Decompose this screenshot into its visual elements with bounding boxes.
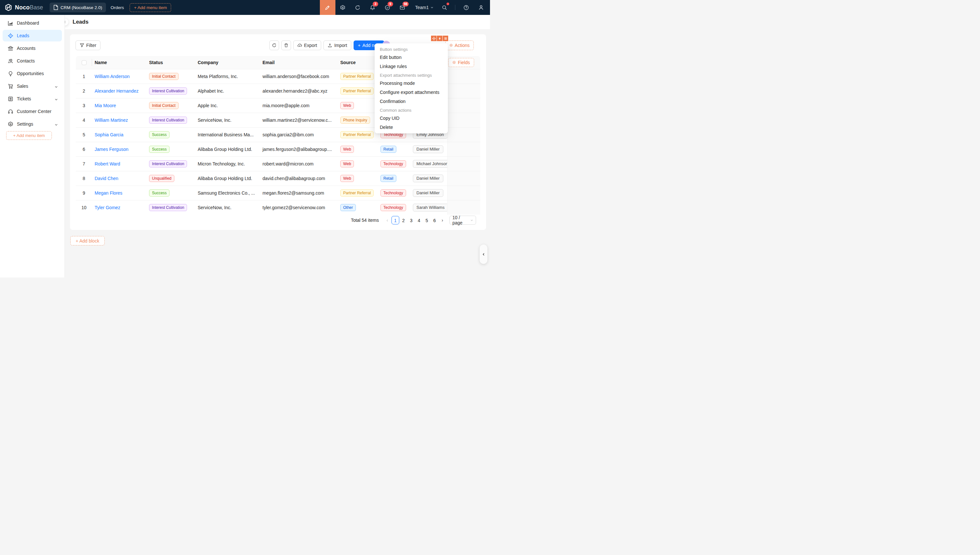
filter-button[interactable]: Filter xyxy=(76,40,100,50)
menu-item-confirmation[interactable]: Confirmation xyxy=(375,97,448,106)
menu-item-copy-uid[interactable]: Copy UID xyxy=(375,114,448,123)
menu-item-edit-button[interactable]: Edit button xyxy=(375,53,448,62)
drag-handle-icon[interactable] xyxy=(431,35,436,41)
lead-name-link[interactable]: William Martinez xyxy=(95,117,128,123)
extra-cell xyxy=(447,186,480,200)
sidebar-item-label: Contacts xyxy=(17,58,35,63)
settings-menu-icon[interactable] xyxy=(443,35,448,41)
table-row: 9Megan FloresSuccessSamsung Electronics … xyxy=(76,186,480,200)
row-index: 2 xyxy=(76,83,92,98)
team-selector[interactable]: Team1 xyxy=(415,5,434,10)
tasks-button[interactable]: 9 xyxy=(384,3,391,11)
help-button[interactable] xyxy=(462,3,470,11)
column-header-status[interactable]: Status xyxy=(146,56,195,69)
pagination-prev-button[interactable]: ‹ xyxy=(384,216,391,225)
sync-button[interactable] xyxy=(354,3,362,11)
inbox-badge: 98 xyxy=(402,2,409,6)
bank-icon xyxy=(8,46,13,51)
lead-name-link[interactable]: Alexander Hernandez xyxy=(95,88,138,93)
industry-badge: Retail xyxy=(380,146,396,153)
sidebar-add-menu-item-button[interactable]: + Add menu item xyxy=(6,131,52,140)
sidebar-item-settings[interactable]: Settings xyxy=(3,118,62,130)
pagination-page-6[interactable]: 6 xyxy=(431,216,438,225)
fields-button[interactable]: Fields xyxy=(448,58,474,67)
owner-cell: Daniel Miller xyxy=(410,186,447,200)
search-button[interactable] xyxy=(441,3,448,11)
pagination-page-2[interactable]: 2 xyxy=(400,216,407,225)
lead-name-link[interactable]: James Ferguson xyxy=(95,147,128,152)
email-cell: david.chen@alibabagroup.com xyxy=(260,171,338,186)
select-all-checkbox[interactable] xyxy=(82,60,87,65)
menu-item-processing-mode[interactable]: Processing mode xyxy=(375,79,448,88)
source-badge: Web xyxy=(340,175,354,182)
sidebar-item-contacts[interactable]: Contacts xyxy=(3,55,62,67)
menu-item-linkage-rules[interactable]: Linkage rules xyxy=(375,62,448,71)
top-navbar: NocoBase CRM (NocoBase 2.0) Orders + Add… xyxy=(0,0,490,15)
refresh-button[interactable] xyxy=(269,40,279,50)
sidebar-item-dashboard[interactable]: Dashboard xyxy=(3,17,62,29)
column-header-company[interactable]: Company xyxy=(195,56,260,69)
company-cell: Samsung Electronics Co., ... xyxy=(195,186,260,200)
email-cell: megan.flores2@samsung.com xyxy=(260,186,338,200)
menu-item-delete[interactable]: Delete xyxy=(375,123,448,132)
logo-text-light: Base xyxy=(30,4,43,11)
pagination-page-4[interactable]: 4 xyxy=(415,216,423,225)
lead-name-link[interactable]: Tyler Gomez xyxy=(95,205,120,210)
plugin-settings-button[interactable] xyxy=(339,3,347,11)
lead-name-link[interactable]: Mia Moore xyxy=(95,103,116,108)
lead-name-link[interactable]: William Anderson xyxy=(95,74,130,79)
sidebar-item-tickets[interactable]: Tickets xyxy=(3,93,62,104)
sidebar-item-sales[interactable]: Sales xyxy=(3,80,62,92)
ui-editor-button[interactable] xyxy=(320,0,335,15)
extra-cell xyxy=(447,142,480,156)
user-button[interactable] xyxy=(477,3,485,11)
company-cell: Alibaba Group Holding Ltd. xyxy=(195,171,260,186)
filter-icon xyxy=(80,43,84,48)
ticket-icon xyxy=(8,96,13,102)
row-index: 3 xyxy=(76,98,92,113)
tab-crm[interactable]: CRM (NocoBase 2.0) xyxy=(50,3,106,12)
navbar-add-menu-item-button[interactable]: + Add menu item xyxy=(130,3,171,12)
pagination-page-3[interactable]: 3 xyxy=(408,216,415,225)
sidebar-item-opportunities[interactable]: Opportunities xyxy=(3,68,62,79)
industry-badge: Technology xyxy=(380,204,406,211)
lead-name-link[interactable]: Megan Flores xyxy=(95,190,122,196)
lead-name-link[interactable]: Sophia Garcia xyxy=(95,132,124,137)
notifications-button[interactable]: 3 xyxy=(369,3,377,11)
pagination-next-button[interactable]: › xyxy=(439,216,446,225)
pagination-page-1[interactable]: 1 xyxy=(391,216,399,225)
logo-text-bold: Noco xyxy=(15,4,30,11)
linkage-bolt-icon[interactable] xyxy=(437,35,443,41)
sidebar-item-leads[interactable]: Leads xyxy=(3,30,62,42)
column-header-name[interactable]: Name xyxy=(92,56,146,69)
search-icon xyxy=(442,5,447,10)
email-cell: mia.moore@apple.com xyxy=(260,98,338,113)
lead-name-link[interactable]: Robert Ward xyxy=(95,161,120,167)
table-row: 8David ChenUnqualifiedAlibaba Group Hold… xyxy=(76,171,480,186)
bulk-delete-button[interactable] xyxy=(281,40,291,50)
menu-group-common-actions: Common actions xyxy=(375,106,448,114)
right-drawer-collapse-button[interactable] xyxy=(480,244,488,264)
import-button[interactable]: Import xyxy=(323,40,351,50)
pagination-page-5[interactable]: 5 xyxy=(423,216,430,225)
table-row: 6James FergusonSuccessAlibaba Group Hold… xyxy=(76,142,480,156)
page-size-select[interactable]: 10 / page xyxy=(449,216,476,225)
column-header-source[interactable]: Source xyxy=(338,56,378,69)
tab-orders[interactable]: Orders xyxy=(106,5,128,10)
inbox-button[interactable]: 98 xyxy=(399,3,406,11)
nocobase-logo[interactable]: NocoBase xyxy=(0,3,48,11)
menu-group-button-settings: Button settings xyxy=(375,45,448,53)
export-label: Export xyxy=(304,43,317,48)
actions-button[interactable]: Actions xyxy=(445,40,474,50)
sidebar-item-accounts[interactable]: Accounts xyxy=(3,42,62,54)
chevron-left-icon xyxy=(482,253,486,256)
sidebar-item-customer-center[interactable]: Customer Center xyxy=(3,106,62,117)
column-header-email[interactable]: Email xyxy=(260,56,338,69)
trash-icon xyxy=(284,43,288,48)
team-label: Team1 xyxy=(415,5,429,10)
menu-item-configure-export-attachments[interactable]: Configure export attachments xyxy=(375,88,448,97)
add-block-button[interactable]: + Add block xyxy=(70,236,105,245)
export-button[interactable]: Export xyxy=(293,40,321,50)
owner-tag: Sarah Williams xyxy=(413,204,447,212)
lead-name-link[interactable]: David Chen xyxy=(95,176,118,181)
